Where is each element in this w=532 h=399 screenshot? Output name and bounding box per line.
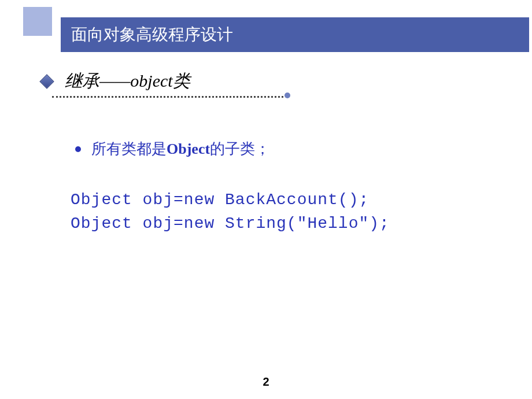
page-number: 2: [0, 375, 532, 389]
bullet-item: 所有类都是Object的子类；: [75, 139, 492, 159]
code-line-1: Object obj=new BackAccount();: [71, 191, 492, 209]
subtitle-row: 继承——object类: [42, 69, 290, 93]
corner-accent-block: [23, 7, 52, 36]
code-line-2: Object obj=new String("Hello");: [71, 215, 492, 232]
slide-header: 面向对象高级程序设计: [61, 17, 529, 52]
bullet-bold: Object: [167, 141, 210, 157]
slide-content: 所有类都是Object的子类； Object obj=new BackAccou…: [75, 139, 492, 238]
slide-header-title: 面向对象高级程序设计: [71, 24, 233, 46]
bullet-suffix: 的子类；: [210, 141, 270, 157]
subtitle-text: 继承——object类: [65, 69, 190, 93]
subtitle-underline: [52, 96, 283, 98]
bullet-dot-icon: [75, 146, 81, 152]
underline-end-dot: [285, 93, 290, 98]
diamond-icon: [39, 74, 54, 88]
bullet-text: 所有类都是Object的子类；: [91, 139, 270, 159]
bullet-prefix: 所有类都是: [91, 141, 167, 157]
